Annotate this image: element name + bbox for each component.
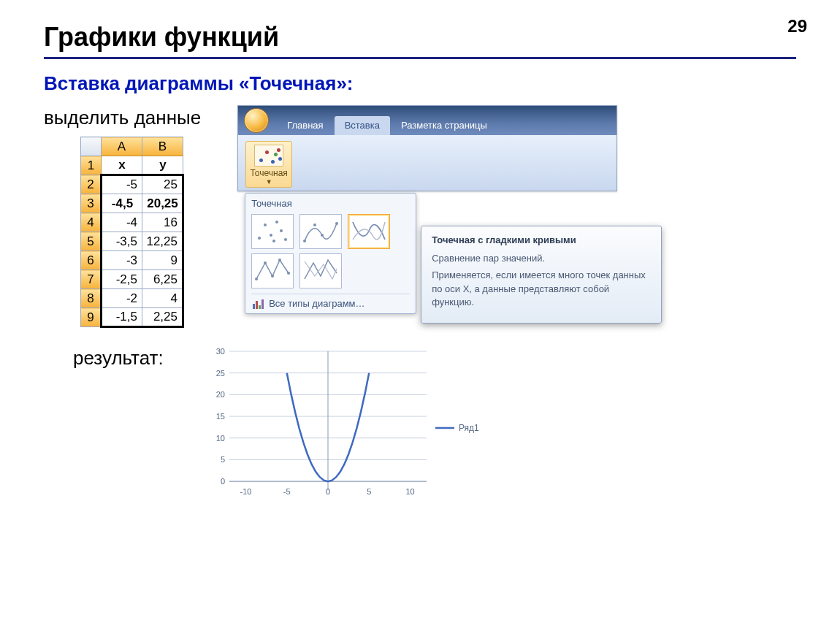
svg-point-2: [270, 234, 272, 237]
all-chart-types-link[interactable]: Все типы диаграмм…: [251, 294, 410, 312]
svg-text:10: 10: [405, 487, 414, 496]
excel-row-7[interactable]: 7: [81, 270, 102, 289]
excel-row-8[interactable]: 8: [81, 289, 102, 308]
svg-text:0: 0: [326, 487, 330, 496]
excel-header-y[interactable]: y: [142, 156, 183, 175]
excel-cell[interactable]: -4: [102, 213, 142, 232]
svg-point-8: [313, 223, 316, 226]
excel-cell[interactable]: 6,25: [142, 270, 183, 289]
tab-insert[interactable]: Вставка: [335, 116, 390, 135]
svg-text:5: 5: [221, 455, 225, 464]
scatter-type-straight-lines[interactable]: [299, 253, 342, 288]
svg-text:0: 0: [221, 477, 225, 486]
scatter-type-smooth-markers[interactable]: [299, 214, 342, 249]
chart-type-tooltip: Точечная с гладкими кривыми Сравнение па…: [421, 226, 662, 324]
excel-header-x[interactable]: x: [102, 156, 142, 175]
svg-text:30: 30: [215, 347, 224, 356]
dropdown-arrow-icon: ▼: [248, 178, 290, 186]
scatter-type-smooth-lines[interactable]: [348, 214, 390, 249]
scatter-type-straight-markers[interactable]: [251, 253, 294, 288]
excel-cell[interactable]: 16: [142, 213, 183, 232]
excel-row-1[interactable]: 1: [81, 156, 102, 175]
excel-cell[interactable]: -1,5: [102, 308, 142, 327]
excel-col-a[interactable]: A: [102, 137, 142, 156]
excel-cell[interactable]: -5: [102, 175, 142, 194]
svg-text:25: 25: [215, 369, 224, 378]
excel-row-5[interactable]: 5: [81, 232, 102, 251]
svg-text:Ряд1: Ряд1: [459, 423, 479, 433]
slide-subtitle: Вставка диаграммы «Точечная»:: [44, 72, 796, 95]
excel-table: A B 1 x y 2-5253-4,520,254-4165-3,512,25…: [80, 137, 184, 328]
bar-chart-icon: [253, 299, 264, 309]
gallery-title: Точечная: [251, 198, 410, 212]
office-button[interactable]: [244, 108, 269, 133]
excel-cell[interactable]: -2: [102, 289, 142, 308]
svg-point-14: [278, 259, 281, 261]
scatter-icon: [254, 145, 283, 167]
svg-text:5: 5: [367, 487, 371, 496]
excel-cell[interactable]: 25: [142, 175, 183, 194]
excel-row-6[interactable]: 6: [81, 251, 102, 270]
result-chart: 051015202530-10-50510Ряд1: [186, 344, 500, 512]
svg-point-11: [255, 278, 258, 280]
tab-page-layout[interactable]: Разметка страницы: [391, 116, 497, 135]
step-select-data-label: выделить данные: [44, 105, 223, 129]
excel-ribbon: Главная Вставка Разметка страницы: [237, 105, 617, 191]
all-chart-types-label: Все типы диаграмм…: [269, 298, 364, 309]
ribbon-tabbar: Главная Вставка Разметка страницы: [238, 106, 616, 135]
scatter-type-markers[interactable]: [251, 214, 294, 249]
result-label: результат:: [73, 344, 164, 370]
svg-point-13: [271, 275, 274, 278]
tab-home[interactable]: Главная: [277, 116, 333, 135]
svg-point-9: [321, 234, 324, 237]
svg-text:15: 15: [215, 412, 224, 421]
slide-title: Графики функций: [44, 22, 796, 59]
excel-cell[interactable]: -2,5: [102, 270, 142, 289]
scatter-gallery: Точечная: [245, 193, 416, 314]
excel-cell[interactable]: -3: [102, 251, 142, 270]
excel-corner[interactable]: [81, 137, 102, 156]
svg-point-7: [303, 240, 306, 242]
tooltip-title: Точечная с гладкими кривыми: [432, 234, 651, 248]
excel-cell[interactable]: 20,25: [142, 194, 183, 213]
svg-text:10: 10: [215, 434, 224, 443]
page-number: 29: [787, 16, 807, 37]
svg-point-6: [272, 240, 275, 242]
svg-text:-5: -5: [283, 487, 291, 496]
svg-point-5: [284, 238, 287, 241]
svg-point-12: [264, 261, 267, 264]
excel-cell[interactable]: 12,25: [142, 232, 183, 251]
excel-col-b[interactable]: B: [142, 137, 183, 156]
svg-point-1: [264, 223, 267, 226]
svg-text:20: 20: [215, 390, 224, 399]
tooltip-line-1: Сравнение пар значений.: [432, 252, 651, 266]
excel-cell[interactable]: 2,25: [142, 308, 183, 327]
excel-row-3[interactable]: 3: [81, 194, 102, 213]
excel-row-4[interactable]: 4: [81, 213, 102, 232]
svg-point-10: [335, 222, 338, 225]
excel-row-2[interactable]: 2: [81, 175, 102, 194]
svg-point-4: [280, 229, 283, 232]
excel-cell[interactable]: 4: [142, 289, 183, 308]
svg-point-15: [287, 272, 290, 275]
svg-point-0: [258, 237, 261, 240]
excel-cell[interactable]: -3,5: [102, 232, 142, 251]
tooltip-line-2: Применяется, если имеется много точек да…: [432, 269, 651, 310]
excel-cell[interactable]: 9: [142, 251, 183, 270]
excel-cell[interactable]: -4,5: [102, 194, 142, 213]
svg-point-3: [275, 221, 278, 223]
svg-text:-10: -10: [240, 487, 251, 496]
scatter-chart-button[interactable]: Точечная ▼: [245, 141, 292, 188]
excel-row-9[interactable]: 9: [81, 308, 102, 327]
scatter-button-label: Точечная: [248, 168, 290, 178]
